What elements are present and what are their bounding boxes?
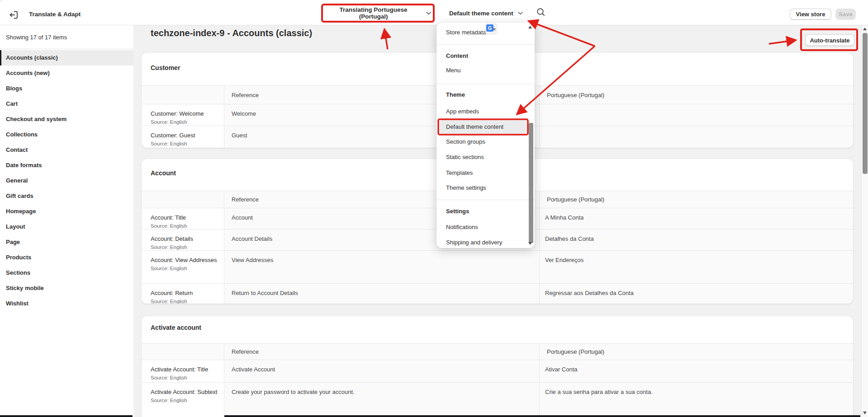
sidebar-item-gift-cards[interactable]: Gift cards [0, 188, 133, 204]
sidebar-item-contact[interactable]: Contact [0, 142, 133, 158]
dropdown-section-settings: Settings [436, 205, 525, 218]
scrollbar-thumb[interactable] [863, 33, 868, 174]
dropdown-section-theme: Theme [436, 88, 525, 102]
label-column-header [142, 191, 224, 208]
row-label: Account: View Addresses [151, 256, 218, 264]
dropdown-item-section-groups[interactable]: Section groups [436, 135, 525, 149]
row-source: Source: English [151, 119, 218, 126]
sidebar-item-products[interactable]: Products [0, 250, 133, 265]
translation-cell[interactable]: Regressar aos Detalhes da Conta [539, 284, 853, 304]
page-scrollbar [861, 25, 868, 417]
card-title: Account [151, 168, 176, 178]
dropdown-section-content: Content [436, 49, 525, 63]
dropdown-divider [436, 44, 535, 45]
dropdown-item-static-sections[interactable]: Static sections [436, 150, 525, 164]
top-bar: Translate & Adapt Translating Portuguese… [0, 0, 868, 25]
window-bottom-edge [0, 415, 133, 417]
dropdown-scrollbar-thumb[interactable] [529, 123, 533, 243]
translation-cell[interactable]: Crie a sua senha para ativar a sua conta… [539, 383, 853, 417]
card-title: Activate account [151, 323, 201, 333]
dropdown-scroll-up-icon[interactable] [528, 26, 532, 28]
google-translate-mark: ✕ [493, 27, 496, 32]
table-header-row: Reference Portuguese (Portugal) [142, 343, 853, 360]
dropdown-item-app-embeds[interactable]: App embeds [436, 105, 525, 118]
dropdown-item-default-theme-content[interactable]: Default theme content [436, 120, 525, 134]
sidebar-item-date-formats[interactable]: Date formats [0, 158, 133, 173]
translate-adapt-app: Translate & Adapt Translating Portuguese… [0, 0, 868, 417]
reference-cell: Activate Account [224, 360, 539, 382]
chevron-down-icon [426, 12, 431, 15]
row-source: Source: English [151, 223, 218, 230]
content-type-selector-label: Default theme content [449, 10, 513, 17]
dropdown-item-store-metadata[interactable]: Store metadata [436, 26, 525, 39]
view-store-button[interactable]: View store [790, 9, 831, 20]
card-activate-account: Activate account Reference Portuguese (P… [142, 316, 853, 417]
sidebar-item-collections[interactable]: Collections [0, 127, 133, 142]
translation-column-header: Portuguese (Portugal) [539, 344, 853, 360]
table-row: Account: Return Source: English Return t… [142, 283, 853, 304]
dropdown-item-theme-settings[interactable]: Theme settings [436, 181, 525, 195]
google-translate-extension-icon[interactable]: G ✕ [485, 23, 497, 34]
auto-translate-button[interactable]: Auto-translate [805, 34, 854, 46]
scroll-up-icon[interactable] [863, 28, 867, 30]
sidebar-item-general[interactable]: General [0, 173, 133, 188]
sidebar-item-blogs[interactable]: Blogs [0, 81, 133, 96]
table-row: Activate Account: Subtext Source: Englis… [142, 382, 853, 417]
card-title: Customer [151, 63, 180, 73]
language-selector[interactable]: Translating Portuguese (Portugal) [322, 5, 434, 22]
row-label: Activate Account: Title [151, 365, 218, 374]
annotation-arrow-language-selector [384, 30, 388, 49]
sidebar-item-homepage[interactable]: Homepage [0, 204, 133, 219]
page-title: techzone-index-9 - Accounts (classic) [151, 27, 312, 39]
sidebar-item-sections[interactable]: Sections [0, 265, 133, 281]
translation-cell[interactable]: Detalhes da Conta [539, 230, 853, 251]
row-source: Source: English [151, 244, 218, 251]
sidebar-item-page[interactable]: Page [0, 234, 133, 250]
row-source: Source: English [151, 397, 218, 404]
sidebar-item-accounts-new[interactable]: Accounts (new) [0, 66, 133, 81]
translation-column-header: Portuguese (Portugal) [539, 191, 853, 208]
translation-cell[interactable] [539, 104, 853, 126]
search-icon[interactable] [536, 7, 546, 18]
row-label: Customer: Guest [151, 131, 218, 140]
dropdown-item-menu[interactable]: Menu [436, 64, 525, 77]
dropdown-item-templates[interactable]: Templates [436, 166, 525, 180]
reference-cell: Create your password to activate your ac… [224, 383, 539, 417]
translation-cell[interactable]: Ver Endereços [539, 251, 853, 283]
dropdown-scroll-down-icon[interactable] [528, 242, 532, 245]
chevron-down-icon [518, 12, 523, 15]
language-selector-label: Translating Portuguese (Portugal) [325, 6, 422, 20]
content-type-selector[interactable]: Default theme content [446, 6, 526, 20]
translation-cell[interactable] [539, 126, 853, 148]
dropdown-divider [436, 200, 535, 200]
row-label: Account: Return [151, 289, 218, 297]
reference-cell: View Addresses [224, 251, 539, 283]
save-button[interactable]: Save [835, 9, 856, 20]
sidebar-item-accounts-classic[interactable]: Accounts (classic) [0, 50, 133, 66]
row-source: Source: English [151, 141, 218, 147]
row-source: Source: English [151, 265, 218, 272]
dropdown-item-shipping-and-delivery[interactable]: Shipping and delivery [436, 236, 525, 249]
reference-column-header: Reference [224, 344, 539, 360]
table-row: Activate Account: Title Source: English … [142, 360, 853, 382]
exit-app-icon[interactable] [8, 9, 19, 20]
sidebar-item-cart[interactable]: Cart [0, 96, 133, 112]
sidebar-item-sticky-mobile[interactable]: Sticky mobile [0, 281, 133, 296]
row-label: Customer: Welcome [151, 109, 218, 118]
translation-cell[interactable]: Ativar Conta [539, 360, 853, 382]
sidebar-item-wishlist[interactable]: Wishlist [0, 296, 133, 311]
sidebar-item-layout[interactable]: Layout [0, 219, 133, 234]
row-source: Source: English [151, 375, 218, 381]
app-title: Translate & Adapt [29, 11, 81, 18]
sidebar-summary: Showing 17 of 17 items [0, 25, 133, 49]
row-label: Account: Details [151, 234, 218, 243]
reference-cell: Return to Account Details [224, 284, 539, 304]
table-row: Account: View Addresses Source: English … [142, 250, 853, 283]
translation-cell[interactable]: A Minha Conta [539, 208, 853, 230]
translation-column-header: Portuguese (Portugal) [539, 86, 853, 104]
label-column-header [142, 344, 224, 360]
sidebar-item-checkout-and-system[interactable]: Checkout and system [0, 112, 133, 127]
scroll-down-icon[interactable] [863, 412, 867, 414]
dropdown-item-notifications[interactable]: Notifications [436, 220, 525, 234]
window-bottom-edge [224, 415, 860, 417]
